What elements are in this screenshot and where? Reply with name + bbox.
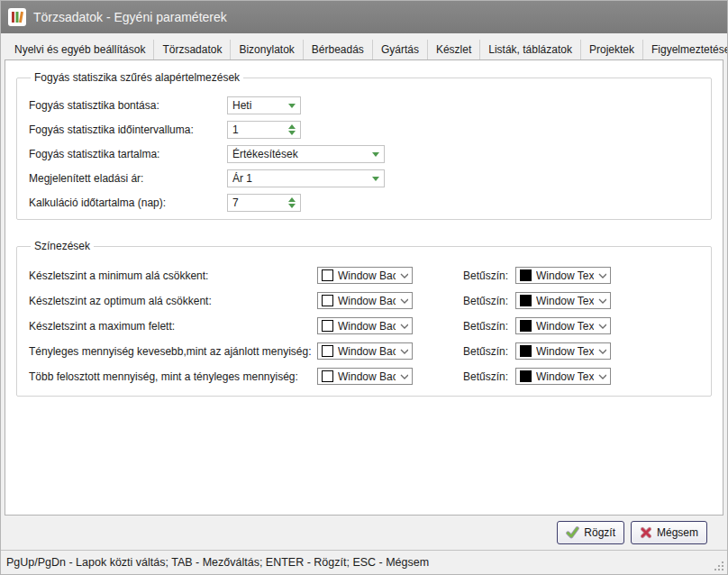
font-color-label: Betűszín:: [413, 345, 515, 358]
window-body: Nyelvi és egyéb beállítások Törzsadatok …: [1, 33, 727, 550]
combo-font-color[interactable]: Window Text: [515, 368, 611, 385]
titlebar: Törzsadatok - Egyéni paraméterek: [1, 1, 727, 33]
combo-value: Window Back: [338, 320, 396, 333]
tab-projektek[interactable]: Projektek: [581, 40, 643, 59]
chevron-down-icon: [598, 273, 606, 278]
chevron-down-icon: [400, 324, 408, 329]
group-colorings: Színezések Készletszint a minimum alá cs…: [16, 240, 712, 397]
window-title: Törzsadatok - Egyéni paraméterek: [33, 10, 227, 24]
field-label: Fogyás statisztika tartalma:: [29, 148, 227, 160]
combo-background-color[interactable]: Window Back: [317, 342, 413, 360]
combo-background-color[interactable]: Window Back: [317, 317, 413, 334]
chevron-down-icon: [372, 152, 379, 157]
chevron-down-icon: [288, 104, 296, 108]
tab-gyartas[interactable]: Gyártás: [373, 40, 428, 59]
combo-value: Window Text: [536, 269, 594, 282]
resize-grip[interactable]: [714, 561, 725, 572]
color-swatch-black: [520, 370, 532, 382]
color-swatch-white: [322, 295, 333, 306]
combo-background-color[interactable]: Window Back: [317, 267, 413, 284]
combo-statistics-content[interactable]: Értékesítések: [227, 145, 385, 163]
form-row: Fogyás statisztika bontása: Heti: [29, 96, 702, 114]
field-label: Fogyás statisztika időintervalluma:: [29, 123, 227, 136]
save-button-label: Rögzít: [584, 526, 615, 539]
chevron-down-icon: [598, 324, 606, 329]
tab-figyelmeztetesek[interactable]: Figyelmeztetések: [643, 40, 727, 59]
tab-keszlet[interactable]: Készlet: [428, 40, 480, 59]
color-row-label: Készletszint a minimum alá csökkent:: [29, 269, 317, 282]
chevron-down-icon: [598, 349, 606, 354]
chevron-down-icon: [400, 374, 408, 379]
tab-berbeadas[interactable]: Bérbeadás: [304, 40, 373, 59]
tab-nyelvi-beallitasok[interactable]: Nyelvi és egyéb beállítások: [6, 40, 154, 59]
save-button[interactable]: Rögzít: [557, 521, 624, 544]
combo-value: Window Back: [338, 345, 396, 358]
color-row: Készletszint a minimum alá csökkent: Win…: [29, 267, 702, 284]
font-color-label: Betűszín:: [413, 295, 515, 307]
color-swatch-white: [322, 345, 333, 357]
combo-statistics-breakdown[interactable]: Heti: [227, 96, 301, 114]
chevron-down-icon: [372, 177, 379, 181]
field-label: Fogyás statisztika bontása:: [29, 99, 227, 112]
color-row: Készletszint a maximum felett: Window Ba…: [29, 317, 702, 334]
tab-torzsadatok[interactable]: Törzsadatok: [154, 40, 231, 59]
form-row: Megjelenített eladási ár: Ár 1: [29, 169, 702, 187]
color-swatch-black: [520, 295, 532, 306]
chevron-down-icon: [598, 374, 606, 379]
color-swatch-black: [520, 345, 532, 357]
tab-page-beszerzes-tervezo: Fogyás statiszika szűrés alapértelmezése…: [5, 59, 723, 516]
spinner-calculation-days[interactable]: 7: [227, 194, 301, 212]
tab-listak-tablazatok[interactable]: Listák, táblázatok: [480, 40, 581, 59]
color-row: Tényleges mennyiség kevesebb,mint az ajá…: [29, 342, 702, 360]
color-row-label: Több felosztott mennyiség, mint a tényle…: [29, 370, 317, 383]
spin-up-icon: [288, 124, 296, 129]
combo-background-color[interactable]: Window Back: [317, 292, 413, 309]
combo-displayed-sales-price[interactable]: Ár 1: [227, 169, 385, 187]
color-swatch-black: [520, 320, 532, 332]
chevron-down-icon: [400, 298, 408, 304]
combo-value: Window Text: [536, 320, 594, 333]
form-row: Fogyás statisztika időintervalluma: 1: [29, 121, 702, 139]
app-window: Törzsadatok - Egyéni paraméterek Nyelvi …: [0, 0, 728, 575]
app-books-icon: [8, 8, 26, 26]
spinner-buttons[interactable]: [288, 124, 296, 135]
spinner-statistics-interval[interactable]: 1: [227, 121, 301, 139]
combo-value: Window Back: [338, 370, 396, 383]
spinner-buttons[interactable]: [288, 197, 296, 208]
color-swatch-white: [322, 269, 333, 281]
tab-strip: Nyelvi és egyéb beállítások Törzsadatok …: [5, 37, 723, 59]
color-swatch-white: [322, 320, 333, 332]
combo-font-color[interactable]: Window Text: [515, 267, 611, 284]
form-row: Kalkuláció időtartalma (nap): 7: [29, 194, 702, 212]
color-row: Készletszint az optimum alá csökkent: Wi…: [29, 292, 702, 309]
combo-value: Ár 1: [232, 172, 372, 185]
combo-font-color[interactable]: Window Text: [515, 317, 611, 334]
combo-font-color[interactable]: Window Text: [515, 292, 611, 309]
spinner-value: 1: [232, 123, 288, 136]
color-row-label: Készletszint a maximum felett:: [29, 320, 317, 333]
chevron-down-icon: [400, 349, 408, 354]
combo-value: Window Text: [536, 345, 594, 358]
combo-background-color[interactable]: Window Back: [317, 368, 413, 385]
cancel-button-label: Mégsem: [657, 526, 698, 539]
cancel-button[interactable]: Mégsem: [631, 521, 707, 544]
field-label: Kalkuláció időtartalma (nap):: [29, 196, 227, 209]
group-consumption-defaults: Fogyás statiszika szűrés alapértelmezése…: [16, 71, 712, 220]
combo-value: Window Text: [536, 295, 594, 307]
tab-bizonylatok[interactable]: Bizonylatok: [231, 40, 303, 59]
color-row-label: Készletszint az optimum alá csökkent:: [29, 295, 317, 307]
font-color-label: Betűszín:: [413, 370, 515, 383]
status-bar: PgUp/PgDn - Lapok közti váltás; TAB - Me…: [1, 550, 727, 574]
group-consumption-title: Fogyás statiszika szűrés alapértelmezése…: [31, 71, 243, 84]
checkmark-icon: [566, 526, 579, 539]
footer-button-bar: Rögzít Mégsem: [5, 516, 723, 550]
spinner-value: 7: [232, 196, 288, 209]
color-swatch-white: [322, 370, 333, 382]
combo-value: Window Text: [536, 370, 594, 383]
combo-font-color[interactable]: Window Text: [515, 342, 611, 360]
combo-value: Értékesítések: [232, 148, 372, 160]
color-row-label: Tényleges mennyiség kevesebb,mint az ajá…: [29, 345, 317, 358]
combo-value: Heti: [232, 99, 288, 112]
combo-value: Window Back: [338, 295, 396, 307]
chevron-down-icon: [598, 298, 606, 304]
